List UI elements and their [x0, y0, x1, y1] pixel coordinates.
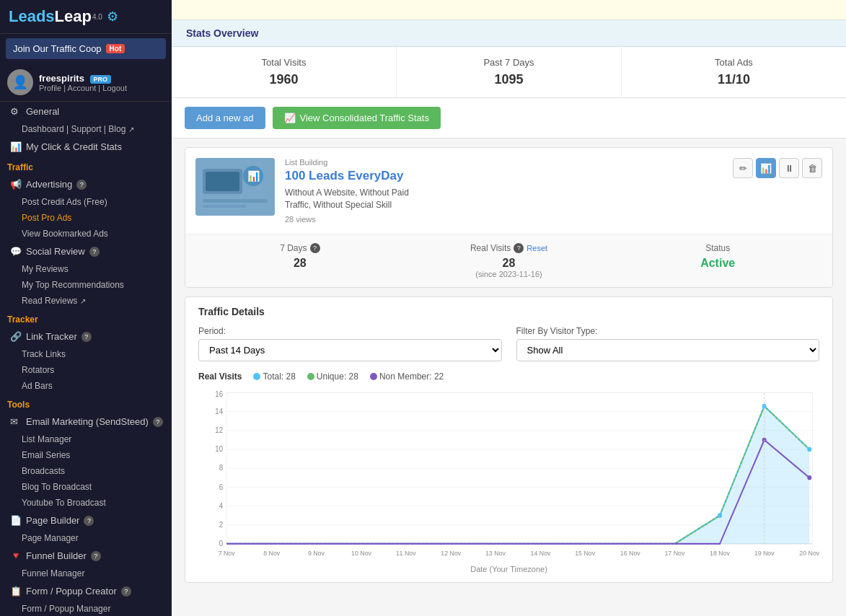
- advertising-icon: 📢: [10, 179, 22, 190]
- sidebar-subitem-post-pro-ads[interactable]: Post Pro Ads: [0, 210, 172, 226]
- legend-total-label: Total: 28: [263, 371, 295, 382]
- click-credit-label: My Click & Credit Stats: [26, 141, 122, 152]
- sidebar-subitem-track-links[interactable]: Track Links: [0, 346, 172, 362]
- sidebar-subitem-broadcasts[interactable]: Broadcasts: [0, 463, 172, 479]
- sidebar-item-link-tracker[interactable]: 🔗 Link Tracker ?: [0, 327, 172, 346]
- account-link[interactable]: Account: [68, 84, 97, 92]
- social-review-label: Social Review: [26, 246, 85, 257]
- stats-card-past7days: Past 7 Days 1095: [397, 47, 622, 97]
- svg-text:4: 4: [219, 501, 224, 510]
- sidebar-subitem-read-reviews[interactable]: Read Reviews ↗: [0, 293, 172, 309]
- svg-point-43: [807, 446, 811, 452]
- sidebar-subitem-ad-bars[interactable]: Ad Bars: [0, 378, 172, 394]
- visitor-type-select[interactable]: Show All Member Non Member: [516, 339, 820, 361]
- page-builder-icon: 📄: [10, 515, 22, 526]
- link-tracker-help-icon[interactable]: ?: [81, 332, 92, 342]
- chart-x-axis-label: Date (Your Timezone): [198, 565, 819, 573]
- period-label: Period:: [198, 326, 502, 336]
- svg-text:2: 2: [219, 520, 224, 529]
- sidebar-item-social-review[interactable]: 💬 Social Review ?: [0, 242, 172, 261]
- 7days-help-icon[interactable]: ?: [310, 243, 320, 253]
- view-consolidated-stats-button[interactable]: 📈 View Consolidated Traffic Stats: [273, 107, 441, 129]
- ad-actions: ✏ 📊 ⏸ 🗑: [733, 158, 822, 178]
- advertising-help-icon[interactable]: ?: [76, 180, 87, 190]
- pause-ad-button[interactable]: ⏸: [779, 158, 799, 178]
- sidebar-item-click-credit-stats[interactable]: 📊 My Click & Credit Stats: [0, 137, 172, 157]
- svg-text:16: 16: [215, 390, 223, 398]
- period-select[interactable]: Past 7 Days Past 14 Days Past 30 Days Pa…: [198, 339, 502, 361]
- svg-text:📊: 📊: [247, 170, 260, 182]
- sidebar-item-funnel-builder[interactable]: 🔻 Funnel Builder ?: [0, 546, 172, 566]
- total-visits-label: Total Visits: [179, 57, 389, 68]
- sidebar-subitem-rotators[interactable]: Rotators: [0, 362, 172, 378]
- profile-link[interactable]: Profile: [39, 84, 61, 92]
- sidebar-subitem-post-credit-ads[interactable]: Post Credit Ads (Free): [0, 194, 172, 210]
- svg-text:10: 10: [215, 444, 223, 453]
- svg-text:11 Nov: 11 Nov: [396, 549, 416, 557]
- sidebar-subitem-form-popup-manager[interactable]: Form / Popup Manager: [0, 601, 172, 616]
- logo-area: LeadsLeap 4.0 ⚙: [0, 0, 172, 34]
- sidebar-item-advertising[interactable]: 📢 Advertising ?: [0, 175, 172, 194]
- sidebar-subitem-funnel-manager[interactable]: Funnel Manager: [0, 566, 172, 581]
- delete-ad-button[interactable]: 🗑: [802, 158, 822, 178]
- total-visits-value: 1960: [179, 72, 389, 87]
- stats-overview-header: Stats Overview: [172, 20, 846, 47]
- add-new-ad-button[interactable]: Add a new ad: [185, 107, 265, 129]
- svg-text:8 Nov: 8 Nov: [263, 549, 280, 557]
- chart-container: 0 2 4 6 8 10 12 14 16 7 Nov 8 Nov 9 Nov …: [198, 389, 819, 562]
- past7days-label: Past 7 Days: [404, 57, 614, 68]
- legend-total: Total: 28: [253, 371, 295, 382]
- ad-desc-line1: Without A Website, Without Paid: [285, 187, 723, 199]
- sidebar-subitem-my-reviews[interactable]: My Reviews: [0, 261, 172, 277]
- logout-link[interactable]: Logout: [102, 84, 127, 92]
- page-builder-label: Page Builder: [26, 515, 79, 526]
- sidebar-subitem-email-series[interactable]: Email Series: [0, 447, 172, 463]
- sidebar-subitem-dashboard[interactable]: Dashboard | Support | Blog ↗: [0, 121, 172, 137]
- chart-ad-button[interactable]: 📊: [756, 158, 776, 178]
- sidebar-subitem-blog-broadcast[interactable]: Blog To Broadcast: [0, 479, 172, 495]
- ad-card: 📊 List Building 100 Leads EveryDay Witho…: [185, 147, 833, 288]
- ad-views: 28 views: [285, 215, 723, 224]
- sidebar-item-form-popup[interactable]: 📋 Form / Popup Creator ?: [0, 581, 172, 601]
- sidebar-subitem-top-recommendations[interactable]: My Top Recommendations: [0, 277, 172, 293]
- svg-text:15 Nov: 15 Nov: [575, 549, 595, 557]
- social-review-help-icon[interactable]: ?: [89, 247, 100, 257]
- svg-text:12: 12: [215, 426, 223, 434]
- svg-point-45: [807, 475, 811, 480]
- sidebar-subitem-list-manager[interactable]: List Manager: [0, 431, 172, 447]
- sidebar-subitem-view-bookmarked-ads[interactable]: View Bookmarked Ads: [0, 226, 172, 242]
- form-popup-help-icon[interactable]: ?: [121, 586, 131, 597]
- stats-card-total-ads: Total Ads 11/10: [622, 47, 846, 97]
- status-label: Status: [705, 243, 730, 253]
- general-icon: ⚙: [10, 106, 22, 117]
- sidebar-subitem-page-manager[interactable]: Page Manager: [0, 530, 172, 546]
- traffic-details: Traffic Details Period: Past 7 Days Past…: [185, 296, 833, 583]
- tools-section-label: Tools: [0, 394, 172, 412]
- funnel-builder-icon: 🔻: [10, 550, 22, 561]
- edit-ad-button[interactable]: ✏: [733, 158, 753, 178]
- sidebar-subitem-youtube-broadcast[interactable]: Youtube To Broadcast: [0, 495, 172, 511]
- filter-row: Period: Past 7 Days Past 14 Days Past 30…: [198, 326, 819, 361]
- svg-text:17 Nov: 17 Nov: [664, 549, 684, 557]
- sidebar-item-email-marketing[interactable]: ✉ Email Marketing (SendSteed) ?: [0, 412, 172, 431]
- real-visits-legend-label: Real Visits: [198, 371, 242, 382]
- sidebar: LeadsLeap 4.0 ⚙ Join Our Traffic Coop Ho…: [0, 0, 172, 616]
- funnel-builder-help-icon[interactable]: ?: [91, 551, 101, 561]
- reset-link[interactable]: Reset: [526, 244, 547, 252]
- sidebar-item-page-builder[interactable]: 📄 Page Builder ?: [0, 511, 172, 530]
- traffic-details-title: Traffic Details: [198, 306, 819, 317]
- traffic-coop-button[interactable]: Join Our Traffic Coop Hot: [6, 38, 166, 59]
- sidebar-item-general[interactable]: ⚙ General: [0, 102, 172, 121]
- status-value: Active: [613, 257, 822, 270]
- stats-cards: Total Visits 1960 Past 7 Days 1095 Total…: [172, 47, 846, 98]
- user-info: freespirits PRO Profile | Account | Logo…: [39, 73, 164, 92]
- ad-title: 100 Leads EveryDay: [285, 169, 723, 183]
- real-visits-help-icon[interactable]: ?: [514, 243, 524, 253]
- svg-rect-6: [203, 205, 246, 208]
- top-yellow-bar: [172, 0, 846, 20]
- email-marketing-help-icon[interactable]: ?: [153, 417, 163, 427]
- page-builder-help-icon[interactable]: ?: [84, 516, 94, 526]
- main-content: Stats Overview Total Visits 1960 Past 7 …: [172, 0, 846, 616]
- svg-text:20 Nov: 20 Nov: [799, 549, 819, 557]
- click-credit-icon: 📊: [10, 141, 22, 152]
